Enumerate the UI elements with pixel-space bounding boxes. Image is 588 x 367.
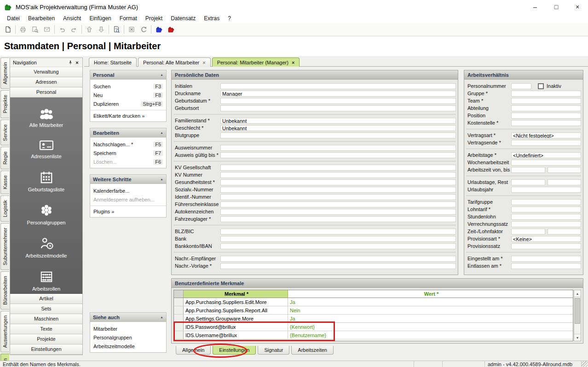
wert-column-header[interactable]: Wert * xyxy=(288,290,573,298)
field-input[interactable] xyxy=(511,83,531,89)
field-input[interactable] xyxy=(511,187,581,193)
action-item[interactable]: Löschen... F6 xyxy=(90,157,166,166)
table-row[interactable]: App.Purchasing.Suppliers.Edit.More Ja xyxy=(174,298,573,306)
move-down-icon[interactable] xyxy=(95,24,107,35)
undo-icon[interactable] xyxy=(56,24,68,35)
action-item[interactable]: Mitarbeiter xyxy=(90,324,166,333)
module-tab[interactable]: Büroarbeiten xyxy=(0,271,9,310)
field-input[interactable] xyxy=(220,132,456,138)
field-input[interactable] xyxy=(220,194,456,200)
nav-category[interactable]: Projekte xyxy=(10,334,82,344)
field-input[interactable] xyxy=(220,179,456,185)
refresh-icon[interactable] xyxy=(138,24,150,35)
nav-category[interactable]: Verwaltung xyxy=(10,67,82,77)
print-preview-icon[interactable] xyxy=(29,24,41,35)
field-input[interactable] xyxy=(220,229,456,235)
resize-grip[interactable] xyxy=(582,361,588,367)
field-input[interactable] xyxy=(511,179,545,185)
menu-item[interactable]: Projekt xyxy=(141,14,167,23)
nav-category[interactable]: Einstellungen xyxy=(10,344,82,355)
action-item[interactable]: Arbeitszeitmodelle xyxy=(90,342,166,350)
field-input[interactable] xyxy=(511,160,581,166)
row-selector[interactable] xyxy=(174,298,184,306)
merkmal-cell[interactable]: App.Purchasing.Suppliers.Edit.More xyxy=(184,298,288,306)
tab-close-icon[interactable]: × xyxy=(202,60,205,65)
wert-cell[interactable]: {Kennwort} xyxy=(288,323,573,331)
field-input[interactable] xyxy=(220,201,456,207)
document-tab[interactable]: Personal: Mitarbeiter (Manager) × xyxy=(212,57,300,67)
module-tab[interactable]: Subunternehmer xyxy=(0,223,9,270)
action-section-header[interactable]: Bearbeiten ▲ xyxy=(90,128,166,138)
wert-cell[interactable]: Nein xyxy=(288,306,573,314)
action-item[interactable]: Duplizieren Strg+F8 xyxy=(90,99,166,108)
field-input[interactable] xyxy=(511,243,581,249)
report-preview-icon[interactable] xyxy=(110,24,122,35)
nav-item-arbeitszeitmodelle[interactable]: Arbeitszeitmodelle xyxy=(10,236,82,258)
module-tab[interactable]: Kasse xyxy=(0,171,9,194)
field-input[interactable] xyxy=(511,140,581,146)
field-input[interactable] xyxy=(511,120,581,126)
nav-category[interactable]: Texte xyxy=(10,324,82,334)
nav-category[interactable]: Artikel xyxy=(10,294,82,304)
table-row[interactable]: App.Purchasing.Suppliers.Report.All Nein xyxy=(174,306,573,315)
plugin-blue-icon[interactable] xyxy=(153,24,165,35)
collapse-icon[interactable]: ▲ xyxy=(160,178,163,181)
scrollbar-thumb[interactable] xyxy=(575,298,580,324)
field-input[interactable]: Manager xyxy=(220,91,456,97)
field-input[interactable] xyxy=(511,221,581,227)
action-item[interactable]: Anmeldesperre aufheben... xyxy=(90,195,166,204)
field-input[interactable] xyxy=(511,167,545,173)
bottom-tab[interactable]: Einstellungen xyxy=(213,346,256,355)
nav-category[interactable]: Maschinen xyxy=(10,314,82,324)
field-input-secondary[interactable] xyxy=(548,167,582,173)
scroll-up-icon[interactable]: ▲ xyxy=(574,290,581,297)
merkmal-column-header[interactable]: Merkmal * xyxy=(184,290,288,298)
bottom-tab[interactable]: Signatur xyxy=(258,346,289,355)
row-selector[interactable] xyxy=(174,331,184,339)
field-input[interactable] xyxy=(511,214,581,220)
field-input-secondary[interactable] xyxy=(548,229,582,235)
menu-item[interactable]: Ansicht xyxy=(59,14,85,23)
field-input[interactable] xyxy=(220,98,456,104)
action-item[interactable]: Speichern F7 xyxy=(90,149,166,157)
field-input[interactable] xyxy=(511,91,581,97)
field-input[interactable] xyxy=(220,165,456,171)
pin-icon[interactable] xyxy=(67,59,74,66)
action-item[interactable]: Neu F8 xyxy=(90,91,166,99)
close-panel-icon[interactable]: × xyxy=(74,59,81,66)
field-input[interactable] xyxy=(511,206,581,212)
menu-item[interactable]: Einfügen xyxy=(85,14,115,23)
action-item[interactable]: Kalenderfarbe... xyxy=(90,186,166,195)
menu-item[interactable]: Datei xyxy=(3,14,24,23)
module-tab[interactable]: Allgemein xyxy=(0,57,9,89)
print-icon[interactable] xyxy=(17,24,29,35)
action-item[interactable]: Suchen F3 xyxy=(90,82,166,91)
bottom-tab[interactable]: Allgemein xyxy=(176,346,211,355)
field-input[interactable] xyxy=(511,256,581,262)
field-input[interactable]: <Undefiniert> xyxy=(511,152,581,158)
nav-item-personalgruppen[interactable]: Personalgruppen xyxy=(10,203,82,225)
nav-category[interactable]: Personal xyxy=(10,87,82,97)
action-section-footer-link[interactable]: Etikett/Karte drucken » xyxy=(90,110,166,121)
nav-item-geburtstagsliste[interactable]: Geburtstagsliste xyxy=(10,170,82,192)
field-input[interactable] xyxy=(220,83,456,89)
nav-category[interactable]: Sets xyxy=(10,304,82,314)
nav-item-arbeitsrollen[interactable]: Arbeitsrollen xyxy=(10,270,82,292)
module-tab[interactable]: Regie xyxy=(0,147,9,169)
merkmal-cell[interactable]: App.Purchasing.Suppliers.Report.All xyxy=(184,306,288,314)
excel-export-icon[interactable] xyxy=(126,24,138,35)
module-tab[interactable]: Logistik xyxy=(0,195,9,222)
module-tab[interactable]: Auswertungen xyxy=(0,311,9,352)
field-input[interactable] xyxy=(220,216,456,222)
table-row[interactable]: IDS.Password@brillux {Kennwort} xyxy=(174,323,573,331)
action-section-footer-link[interactable]: Plugins » xyxy=(90,206,166,217)
field-input[interactable] xyxy=(220,236,456,242)
wert-cell[interactable]: {Benutzername} xyxy=(288,331,573,339)
plugin-red-icon[interactable] xyxy=(165,24,177,35)
action-section-header[interactable]: Weitere Schritte ▲ xyxy=(90,175,166,184)
wert-cell[interactable]: Ja xyxy=(288,315,573,322)
field-input[interactable]: <Nicht festgelegt> xyxy=(511,132,581,138)
document-tab[interactable]: Home: Startseite xyxy=(89,57,137,67)
field-input[interactable] xyxy=(220,152,456,158)
tab-close-icon[interactable]: × xyxy=(292,60,294,65)
